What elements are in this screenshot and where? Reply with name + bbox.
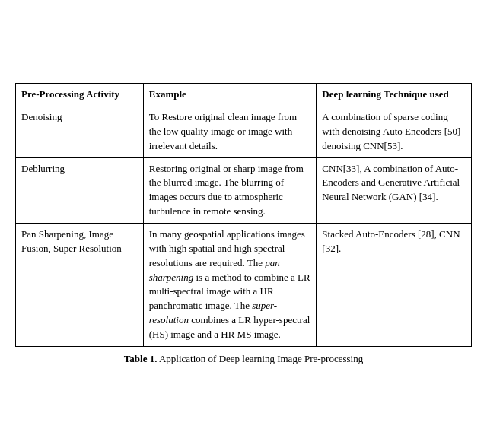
table-row: Pan Sharpening, Image Fusion, Super Reso… — [16, 224, 472, 347]
header-activity: Pre-Processing Activity — [16, 84, 144, 106]
table-row: Deblurring Restoring original or sharp i… — [16, 157, 472, 223]
header-row: Pre-Processing Activity Example Deep lea… — [16, 84, 472, 106]
header-technique: Deep learning Technique used — [317, 84, 472, 106]
technique-pansharpening: Stacked Auto-Encoders [28], CNN [32]. — [317, 224, 472, 347]
technique-deblurring: CNN[33], A combination of Auto-Encoders … — [317, 157, 472, 223]
caption-text: Application of Deep learning Image Pre-p… — [157, 353, 363, 364]
header-example: Example — [143, 84, 317, 106]
example-pansharpening: In many geospatial applications images w… — [143, 224, 317, 347]
activity-deblurring: Deblurring — [16, 157, 144, 223]
table-container: Pre-Processing Activity Example Deep lea… — [15, 83, 472, 365]
example-denoising: To Restore original clean image from the… — [143, 106, 317, 158]
example-deblurring: Restoring original or sharp image from t… — [143, 157, 317, 223]
table-row: Denoising To Restore original clean imag… — [16, 106, 472, 158]
activity-pansharpening: Pan Sharpening, Image Fusion, Super Reso… — [16, 224, 144, 347]
activity-denoising: Denoising — [16, 106, 144, 158]
technique-denoising: A combination of sparse coding with deno… — [317, 106, 472, 158]
table-caption: Table 1. Application of Deep learning Im… — [15, 353, 472, 365]
main-table: Pre-Processing Activity Example Deep lea… — [15, 83, 472, 347]
caption-bold: Table 1. — [124, 353, 158, 364]
example-text-part1: In many geospatial applications images w… — [149, 228, 305, 268]
